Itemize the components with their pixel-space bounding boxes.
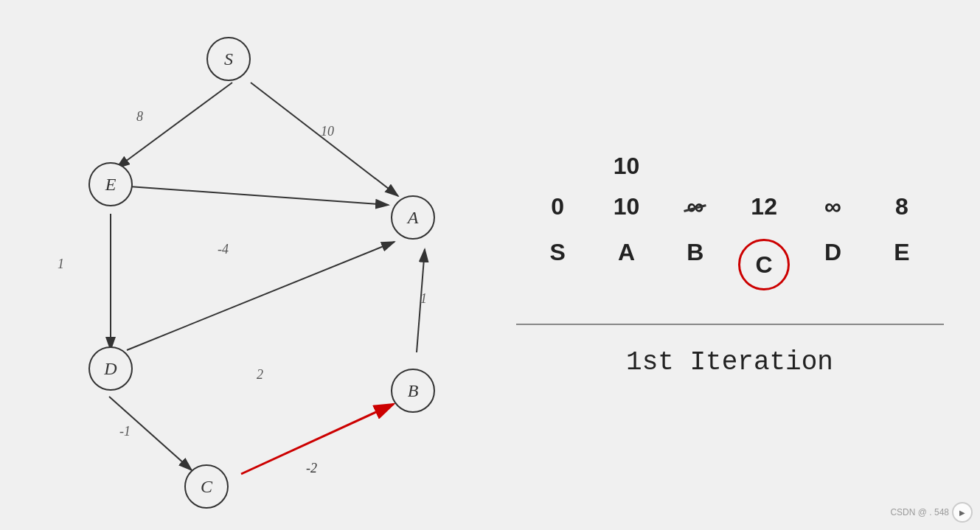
- value-C: 12: [734, 193, 793, 220]
- above-cell-1: 10: [597, 153, 656, 180]
- graph-area: S E A D B C 8 10 1 -4 2 -1 -2 1: [0, 0, 479, 530]
- value-A: 10: [597, 193, 656, 220]
- label-S: S: [528, 239, 587, 290]
- svg-line-2: [117, 83, 232, 168]
- edge-label-DA: 2: [257, 367, 263, 383]
- node-D: D: [88, 346, 133, 391]
- iteration-text: 1st Iteration: [626, 347, 833, 377]
- divider-line: [516, 324, 944, 325]
- edge-label-SE: 8: [136, 109, 143, 125]
- label-E: E: [872, 239, 931, 290]
- strikethrough-B: ∞: [687, 193, 703, 220]
- edge-label-DC: -1: [119, 424, 131, 439]
- node-S: S: [206, 37, 251, 81]
- value-D: ∞: [803, 193, 862, 220]
- labels-row: S A B C D E: [516, 231, 944, 298]
- above-row: 10: [516, 153, 944, 180]
- above-cell-0: [528, 153, 587, 180]
- label-C-highlighted: C: [738, 239, 790, 290]
- above-cell-5: [872, 153, 931, 180]
- label-B: B: [666, 239, 725, 290]
- info-area: 10 0 10 ∞ 12 ∞ 8 S A B: [479, 0, 980, 530]
- label-A: A: [597, 239, 656, 290]
- above-cell-2: [666, 153, 725, 180]
- above-cell-3: [734, 153, 793, 180]
- node-B: B: [391, 369, 435, 413]
- value-S: 0: [528, 193, 587, 220]
- label-D: D: [803, 239, 862, 290]
- node-E: E: [88, 162, 133, 206]
- edge-label-EA: -4: [218, 242, 229, 257]
- value-E: 8: [872, 193, 931, 220]
- edge-label-CB: -2: [306, 461, 317, 476]
- watermark: CSDN @ . 548 ▶: [890, 502, 973, 523]
- edge-label-BA: 1: [420, 291, 427, 307]
- node-A: A: [391, 195, 435, 240]
- edge-label-SA: 10: [321, 124, 334, 139]
- main-container: S E A D B C 8 10 1 -4 2 -1 -2 1: [0, 0, 980, 530]
- play-button[interactable]: ▶: [952, 502, 973, 523]
- above-cell-4: [803, 153, 862, 180]
- svg-line-5: [129, 186, 389, 205]
- graph-svg: [0, 0, 479, 530]
- distance-table: 10 0 10 ∞ 12 ∞ 8 S A B: [516, 153, 944, 298]
- svg-line-6: [127, 242, 395, 350]
- value-B: ∞: [666, 193, 725, 220]
- svg-line-3: [251, 83, 398, 196]
- node-C: C: [184, 464, 229, 509]
- values-row: 0 10 ∞ 12 ∞ 8: [516, 186, 944, 228]
- svg-line-8: [241, 404, 394, 474]
- edge-label-ED: 1: [58, 257, 64, 272]
- watermark-text: CSDN @ . 548: [890, 507, 949, 517]
